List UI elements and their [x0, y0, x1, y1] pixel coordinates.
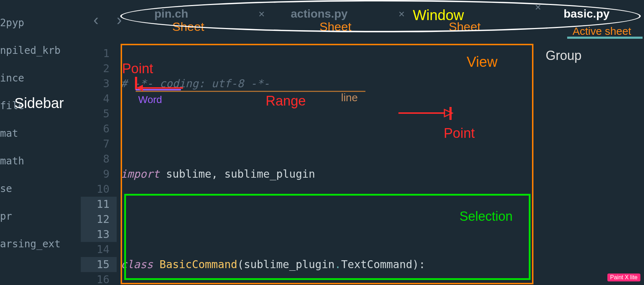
sidebar-annotation: Sidebar — [14, 95, 64, 111]
line-number: 12 — [81, 212, 117, 227]
point-annotation: Point — [122, 61, 153, 76]
caret-mark — [135, 77, 137, 90]
group-annotation: Group — [546, 48, 582, 63]
tab-title: pin.ch — [154, 7, 188, 20]
sidebar-item[interactable]: se — [0, 175, 79, 202]
word-annotation: Word — [138, 94, 162, 106]
line-number: 4 — [81, 91, 117, 106]
sheet-annotation: Sheet — [319, 20, 351, 34]
sidebar-item[interactable]: ince — [0, 64, 79, 92]
code-line: # -*- coding: utf-8 -*- — [121, 76, 533, 91]
code-line: class BasicCommand(sublime_plugin.TextCo… — [121, 257, 533, 272]
sidebar-item[interactable]: 2pyp — [0, 9, 79, 37]
close-icon[interactable]: × — [535, 1, 541, 13]
close-icon[interactable]: × — [398, 8, 405, 20]
selection-annotation: Selection — [459, 209, 513, 224]
line-number: 16 — [81, 272, 117, 285]
view-annotation: View — [467, 54, 498, 70]
sidebar-item[interactable]: arsing_ext — [0, 230, 79, 258]
line-number: 8 — [81, 151, 117, 167]
tab-title: actions.py — [291, 7, 347, 20]
sheet-annotation: Sheet — [172, 20, 204, 34]
active-sheet-annotation: Active sheet — [573, 25, 631, 37]
line-number: 15 — [81, 257, 117, 272]
code-line: import sublime, sublime_plugin — [121, 167, 533, 182]
tab-bar: pin.ch × actions.py × × basic.py — [144, 7, 644, 36]
sidebar-item[interactable]: mat — [0, 120, 79, 147]
range-annotation: Range — [266, 93, 306, 109]
line-number: 3 — [81, 76, 117, 91]
close-icon[interactable]: × — [258, 8, 265, 20]
nav-forward-icon[interactable]: › — [117, 11, 122, 29]
line-number: 13 — [81, 227, 117, 242]
tab-nav: ‹ › — [93, 11, 122, 29]
line-number: 2 — [81, 61, 117, 76]
code-view[interactable]: # -*- coding: utf-8 -*- import sublime, … — [121, 46, 533, 285]
tab-title: basic.py — [564, 7, 610, 20]
line-number: 6 — [81, 121, 117, 136]
tab-active[interactable]: basic.py — [564, 7, 610, 20]
watermark: Paint X lite — [607, 274, 640, 281]
line-number: 1 — [81, 46, 117, 61]
point-annotation: Point — [444, 126, 475, 141]
word-underline — [136, 89, 181, 90]
line-annotation: line — [341, 92, 358, 104]
sidebar-item[interactable]: pr — [0, 202, 79, 230]
line-number: 5 — [81, 106, 117, 121]
tab[interactable]: actions.py × — [291, 7, 347, 20]
window-annotation: Window — [413, 7, 464, 23]
sidebar-item[interactable]: math — [0, 147, 79, 175]
caret-mark — [449, 107, 452, 120]
sidebar-item[interactable]: npiled_krb — [0, 37, 79, 64]
line-gutter: 1 2 3 4 5 6 7 8 9 10 11 12 13 14 15 16 — [81, 46, 117, 285]
line-number: 10 — [81, 182, 117, 197]
line-number: 14 — [81, 242, 117, 257]
line-number: 11 — [81, 197, 117, 212]
range-underline — [136, 91, 365, 92]
line-number: 7 — [81, 136, 117, 151]
tab[interactable]: pin.ch × — [154, 7, 188, 20]
sidebar: 2pyp npiled_krb ince file mat math se pr… — [0, 0, 79, 285]
line-number: 9 — [81, 167, 117, 182]
nav-back-icon[interactable]: ‹ — [93, 11, 99, 29]
